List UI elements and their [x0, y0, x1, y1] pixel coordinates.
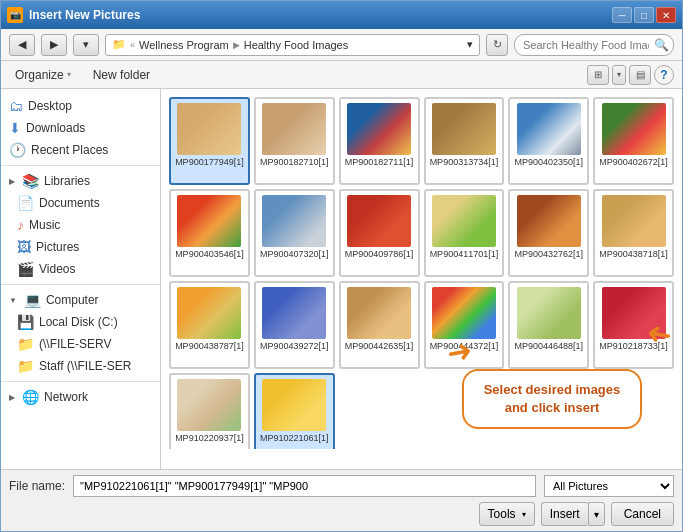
- tools-button[interactable]: Tools ▾: [479, 502, 535, 526]
- local-disk-icon: 💾: [17, 314, 34, 330]
- view-pane-button[interactable]: ▤: [629, 65, 651, 85]
- image-label: MP910221061[1]: [260, 433, 329, 444]
- refresh-button[interactable]: ↻: [486, 34, 508, 56]
- sidebar-label-file-server1: (\\FILE-SERV: [39, 337, 111, 351]
- forward-button[interactable]: ▶: [41, 34, 67, 56]
- documents-icon: 📄: [17, 195, 34, 211]
- sidebar-label-downloads: Downloads: [26, 121, 85, 135]
- sidebar-item-documents[interactable]: 📄 Documents: [9, 192, 160, 214]
- image-cell[interactable]: MP900438787[1]: [169, 281, 250, 369]
- cancel-label: Cancel: [624, 507, 661, 521]
- insert-dropdown-button[interactable]: ▾: [588, 502, 605, 526]
- main-window: 📷 Insert New Pictures ─ □ ✕ ◀ ▶ ▾ 📁 « We…: [0, 0, 683, 532]
- image-label: MP900442635[1]: [345, 341, 414, 352]
- image-label: MP900438787[1]: [175, 341, 244, 352]
- sidebar-label-pictures: Pictures: [36, 240, 79, 254]
- sidebar-item-file-server2[interactable]: 📁 Staff (\\FILE-SER: [9, 355, 160, 377]
- image-cell[interactable]: MP900438718[1]: [593, 189, 674, 277]
- filetype-select[interactable]: All Pictures: [544, 475, 674, 497]
- actions-row: Tools ▾ Insert ▾ Cancel: [9, 502, 674, 526]
- sidebar-item-downloads[interactable]: ⬇ Downloads: [1, 117, 160, 139]
- image-cell[interactable]: MP900446488[1]: [508, 281, 589, 369]
- new-folder-label: New folder: [93, 68, 150, 82]
- image-cell[interactable]: MP900442635[1]: [339, 281, 420, 369]
- image-cell[interactable]: MP900177949[1]: [169, 97, 250, 185]
- image-cell[interactable]: MP910220937[1]: [169, 373, 250, 449]
- sidebar-item-music[interactable]: ♪ Music: [9, 214, 160, 236]
- sidebar-item-pictures[interactable]: 🖼 Pictures: [9, 236, 160, 258]
- image-label: MP900407320[1]: [260, 249, 329, 260]
- image-cell[interactable]: MP900432762[1]: [508, 189, 589, 277]
- image-label: MP900182710[1]: [260, 157, 329, 168]
- search-input[interactable]: [514, 34, 674, 56]
- image-cell[interactable]: MP900403546[1]: [169, 189, 250, 277]
- filename-row: File name: All Pictures: [9, 475, 674, 497]
- sidebar-item-local-disk[interactable]: 💾 Local Disk (C:): [9, 311, 160, 333]
- image-cell[interactable]: MP900402350[1]: [508, 97, 589, 185]
- recent-icon: 🕐: [9, 142, 26, 158]
- close-button[interactable]: ✕: [656, 7, 676, 23]
- sidebar-item-videos[interactable]: 🎬 Videos: [9, 258, 160, 280]
- organize-button[interactable]: Organize ▾: [9, 66, 77, 84]
- search-icon[interactable]: 🔍: [654, 38, 669, 52]
- image-cell[interactable]: MP900182711[1]: [339, 97, 420, 185]
- image-cell[interactable]: MP900182710[1]: [254, 97, 335, 185]
- sidebar-computer: ▼ 💻 Computer 💾 Local Disk (C:) 📁 (\\FILE…: [1, 289, 160, 377]
- new-folder-button[interactable]: New folder: [87, 66, 156, 84]
- tools-label: Tools: [488, 507, 516, 521]
- image-cell[interactable]: MP900402672[1]: [593, 97, 674, 185]
- image-label: MP900439272[1]: [260, 341, 329, 352]
- sidebar-network-section: ▶ 🌐 Network: [1, 386, 160, 408]
- window-title: Insert New Pictures: [29, 8, 140, 22]
- image-label: MP900409786[1]: [345, 249, 414, 260]
- path-icon: 📁: [112, 38, 126, 51]
- sidebar-item-file-server1[interactable]: 📁 (\\FILE-SERV: [9, 333, 160, 355]
- main-area: MP900177949[1]MP900182710[1]MP900182711[…: [161, 89, 682, 469]
- help-button[interactable]: ?: [654, 65, 674, 85]
- view-grid-button[interactable]: ⊞: [587, 65, 609, 85]
- sidebar-libraries-group[interactable]: ▶ 📚 Libraries: [1, 170, 160, 192]
- back-button[interactable]: ◀: [9, 34, 35, 56]
- dropdown-button[interactable]: ▾: [73, 34, 99, 56]
- sidebar-libraries-children: 📄 Documents ♪ Music 🖼 Pictures 🎬 Videos: [1, 192, 160, 280]
- view-list-button[interactable]: ▾: [612, 65, 626, 85]
- filename-input[interactable]: [73, 475, 536, 497]
- navigation-toolbar: ◀ ▶ ▾ 📁 « Wellness Program ▶ Healthy Foo…: [1, 29, 682, 61]
- sidebar-item-recent[interactable]: 🕐 Recent Places: [1, 139, 160, 161]
- sidebar-computer-group[interactable]: ▼ 💻 Computer: [1, 289, 160, 311]
- image-cell[interactable]: MP900411701[1]: [424, 189, 505, 277]
- image-cell[interactable]: MP900407320[1]: [254, 189, 335, 277]
- image-cell[interactable]: MP910221061[1]: [254, 373, 335, 449]
- organize-label: Organize: [15, 68, 64, 82]
- image-label: MP900177949[1]: [175, 157, 244, 168]
- image-label: MP900446488[1]: [514, 341, 583, 352]
- computer-expand-icon: ▼: [9, 296, 17, 305]
- path-part1: Wellness Program: [139, 39, 229, 51]
- desktop-icon: 🗂: [9, 98, 23, 114]
- tools-dropdown-icon: ▾: [522, 510, 526, 519]
- insert-button[interactable]: Insert: [541, 502, 588, 526]
- image-cell[interactable]: MP900439272[1]: [254, 281, 335, 369]
- maximize-button[interactable]: □: [634, 7, 654, 23]
- sidebar-label-music: Music: [29, 218, 60, 232]
- image-cell[interactable]: MP900313734[1]: [424, 97, 505, 185]
- insert-group: Insert ▾: [541, 502, 605, 526]
- sidebar-item-desktop[interactable]: 🗂 Desktop: [1, 95, 160, 117]
- sidebar-network-group[interactable]: ▶ 🌐 Network: [1, 386, 160, 408]
- bottom-bar: File name: All Pictures Tools ▾ Insert ▾…: [1, 469, 682, 531]
- path-bar[interactable]: 📁 « Wellness Program ▶ Healthy Food Imag…: [105, 34, 480, 56]
- path-separator: ▶: [233, 40, 240, 50]
- cancel-button[interactable]: Cancel: [611, 502, 674, 526]
- sidebar-divider-3: [1, 381, 160, 382]
- insert-label: Insert: [550, 507, 580, 521]
- minimize-button[interactable]: ─: [612, 7, 632, 23]
- title-bar: 📷 Insert New Pictures ─ □ ✕: [1, 1, 682, 29]
- path-dropdown-arrow[interactable]: ▾: [467, 38, 473, 51]
- computer-icon: 💻: [24, 292, 41, 308]
- insert-dropdown-icon: ▾: [594, 509, 599, 520]
- pictures-icon: 🖼: [17, 239, 31, 255]
- path-arrow: «: [130, 40, 135, 50]
- image-label: MP900403546[1]: [175, 249, 244, 260]
- image-cell[interactable]: MP900409786[1]: [339, 189, 420, 277]
- sidebar: 🗂 Desktop ⬇ Downloads 🕐 Recent Places ▶ …: [1, 89, 161, 469]
